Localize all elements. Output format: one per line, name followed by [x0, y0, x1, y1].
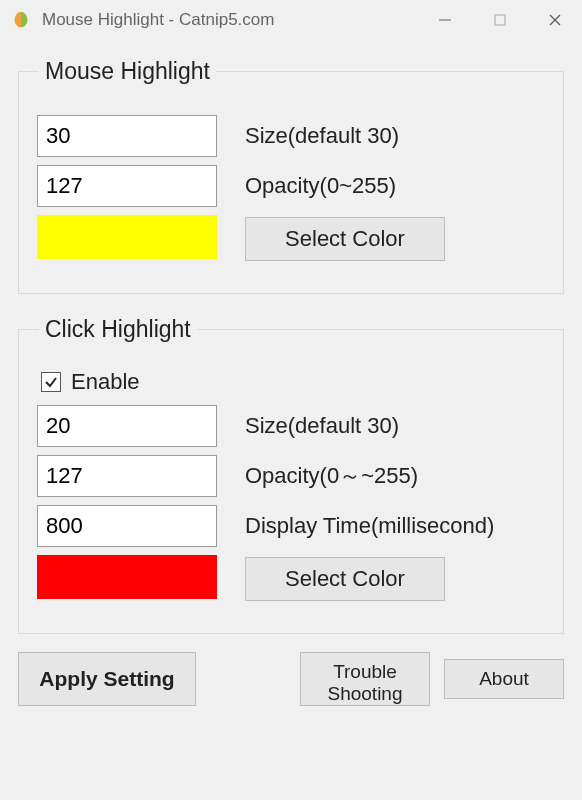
- mouse-size-input[interactable]: [37, 115, 217, 157]
- mouse-opacity-row: Opacity(0~255): [37, 165, 545, 207]
- click-opacity-input[interactable]: [37, 455, 217, 497]
- click-displaytime-input[interactable]: [37, 505, 217, 547]
- titlebar: Mouse Highlight - Catnip5.com: [0, 0, 582, 40]
- click-color-swatch: [37, 555, 217, 599]
- mouse-size-row: Size(default 30): [37, 115, 545, 157]
- trouble-shooting-button[interactable]: Trouble Shooting: [300, 652, 430, 706]
- mouse-highlight-legend: Mouse Highlight: [39, 58, 216, 85]
- apply-setting-button[interactable]: Apply Setting: [18, 652, 196, 706]
- click-highlight-group: Click Highlight Enable Size(default 30): [18, 316, 564, 634]
- about-button[interactable]: About: [444, 659, 564, 699]
- window-controls: [417, 0, 582, 40]
- checkmark-icon: [43, 374, 59, 390]
- mouse-highlight-group: Mouse Highlight Size(default 30) Opacity…: [18, 58, 564, 294]
- click-displaytime-row: Display Time(millisecond): [37, 505, 545, 547]
- click-color-row: Select Color: [37, 555, 545, 603]
- click-opacity-label: Opacity(0～~255): [217, 461, 545, 491]
- click-size-input[interactable]: [37, 405, 217, 447]
- click-enable-checkbox[interactable]: [41, 372, 61, 392]
- app-icon: [10, 9, 32, 31]
- click-opacity-row: Opacity(0～~255): [37, 455, 545, 497]
- click-size-label: Size(default 30): [217, 413, 545, 439]
- click-enable-row: Enable: [41, 369, 545, 395]
- click-select-color-button[interactable]: Select Color: [245, 557, 445, 601]
- window-title: Mouse Highlight - Catnip5.com: [42, 10, 274, 30]
- mouse-size-label: Size(default 30): [217, 123, 545, 149]
- maximize-button[interactable]: [472, 0, 527, 40]
- click-size-row: Size(default 30): [37, 405, 545, 447]
- mouse-opacity-label: Opacity(0~255): [217, 173, 545, 199]
- mouse-select-color-button[interactable]: Select Color: [245, 217, 445, 261]
- mouse-color-row: Select Color: [37, 215, 545, 263]
- click-enable-label: Enable: [71, 369, 140, 395]
- svg-rect-1: [495, 15, 505, 25]
- client-area: Mouse Highlight Size(default 30) Opacity…: [0, 40, 582, 800]
- click-displaytime-label: Display Time(millisecond): [217, 513, 545, 539]
- mouse-opacity-input[interactable]: [37, 165, 217, 207]
- click-highlight-legend: Click Highlight: [39, 316, 197, 343]
- app-window: Mouse Highlight - Catnip5.com Mouse High…: [0, 0, 582, 800]
- close-button[interactable]: [527, 0, 582, 40]
- bottom-button-bar: Apply Setting Trouble Shooting About: [18, 648, 564, 716]
- mouse-color-swatch: [37, 215, 217, 259]
- minimize-button[interactable]: [417, 0, 472, 40]
